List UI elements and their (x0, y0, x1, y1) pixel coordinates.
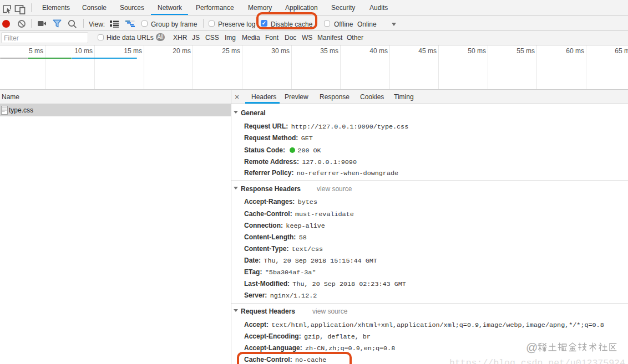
svg-text:@: @ (526, 341, 538, 353)
